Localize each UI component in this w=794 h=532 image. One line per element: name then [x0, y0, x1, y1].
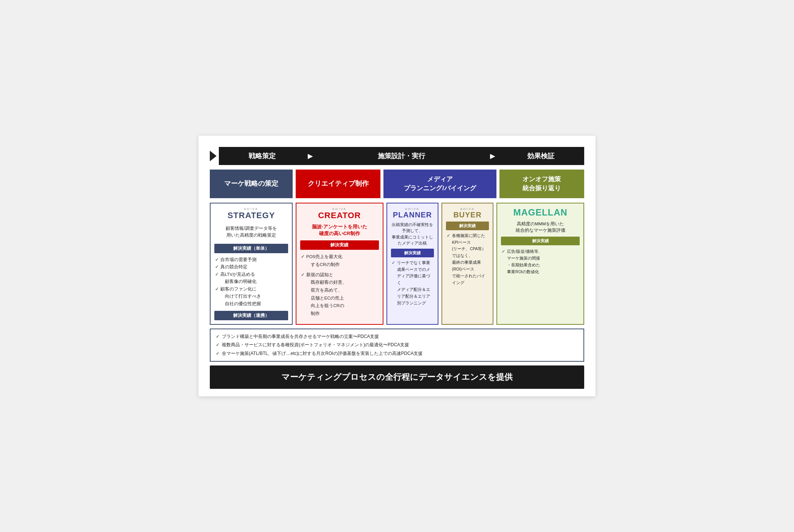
strategy-badge-connected: 解決実績（連携） [214, 311, 288, 320]
bottom-banner: マーケティングプロセスの全行程にデータサイエンスを提供 [210, 365, 584, 389]
col-buyer: ADIVA BUYER 解決実績 各種施策に閉じたKPIベース(リーチ、CPA等… [441, 203, 493, 325]
left-arrow [210, 147, 219, 165]
section-title-strategy-label: マーケ戦略の策定 [224, 179, 278, 188]
section-title-verify-label: オンオフ施策統合振り返り [522, 175, 561, 193]
combined-check-3: 全マーケ施策(ATL/BTL、値下げ…etc)に対する月次ROIの評価基盤を実装… [216, 349, 578, 358]
planner-checklist: リーチでなく事業成果ベースでのメディア評価に基づくメディア配分＆エリア配分＆エリ… [391, 260, 434, 307]
creator-check-2: 新規の認知と 既存顧客の好意、 双方を高めて、 店舗とECの売上 向上を狙うCR… [301, 271, 379, 318]
col-planner: ADIVA PLANNER 出稿実績の不確実性を予測して、事業成果にコミットした… [386, 203, 438, 325]
phase-strategy-label: 戦略策定 [249, 151, 276, 161]
section-title-creative: クリエイティブ制作 [296, 170, 380, 198]
buyer-checklist: 各種施策に閉じたKPIベース(リーチ、CPA等）ではなく、最終の事業成果(ROI… [446, 232, 489, 286]
combined-check-1: ブランド構築と中長期の事業成長を共存させるマーケ戦略の立案〜PDCA支援 [216, 332, 578, 341]
creator-checklist: POS売上を最大化 するCRの制作 新規の認知と 既存顧客の好意、 双方を高めて… [300, 253, 379, 318]
planner-adiva-label: ADIVA [391, 207, 434, 211]
planner-badge: 解決実績 [391, 249, 434, 257]
verify-checklist: 広告/販促/価格等、マーケ施策の間接・長期効果含めた事業ROIの数値化 [501, 248, 580, 275]
phase-arrow-1: ▶ [305, 147, 315, 165]
phase-execution-label: 施策設計・実行 [378, 151, 425, 161]
strategy-check-3: 高LTVが見込める 顧客像の明確化 [215, 271, 288, 286]
strategy-badge-single: 解決実績（単体） [214, 244, 288, 253]
section-title-media: メディアプランニング/バイイング [383, 170, 496, 198]
strategy-check-1: 自市場の需要予測 [215, 256, 288, 264]
strategy-brand-name: STRATEGY [228, 211, 275, 220]
strategy-tagline: 顧客情報/調査データ等を用いた高精度の戦略策定 [214, 225, 288, 238]
strategy-adiva-label: ADIVA [214, 207, 288, 211]
col-strategy: ADIVA STRATEGY 顧客情報/調査データ等を用いた高精度の戦略策定 解… [210, 203, 293, 325]
col-creative: ADIVA CREATOR 脳波-アンケートを用いた確度の高いCR制作 解決実績… [296, 203, 383, 325]
combined-checklist: ブランド構築と中長期の事業成長を共存させるマーケ戦略の立案〜PDCA支援 複数商… [216, 332, 578, 358]
planner-tagline: 出稿実績の不確実性を予測して、事業成果にコミットしたメディア出稿 [391, 222, 434, 246]
creator-adiva-label: ADIVA [300, 207, 379, 211]
section-title-creative-label: クリエイティブ制作 [308, 179, 369, 188]
creator-tagline: 脳波-アンケートを用いた確度の高いCR制作 [300, 223, 379, 238]
planner-check-1: リーチでなく事業成果ベースでのメディア評価に基づくメディア配分＆エリア配分＆エリ… [392, 260, 434, 307]
creator-badge: 解決実績 [300, 240, 379, 250]
section-title-strategy: マーケ戦略の策定 [210, 170, 293, 198]
buyer-brand-name: BUYER [453, 211, 482, 219]
verify-check-1: 広告/販促/価格等、マーケ施策の間接・長期効果含めた事業ROIの数値化 [502, 248, 580, 275]
phase-execution: 施策設計・実行 [315, 147, 488, 165]
phase-verification: 効果検証 [498, 147, 584, 165]
bottom-banner-text: マーケティングプロセスの全行程にデータサイエンスを提供 [281, 372, 513, 382]
section-title-verify: オンオフ施策統合振り返り [499, 170, 584, 198]
combined-section: ブランド構築と中長期の事業成長を共存させるマーケ戦略の立案〜PDCA支援 複数商… [210, 329, 584, 362]
buyer-logo: ADIVA BUYER [446, 207, 489, 219]
strategy-checklist: 自市場の需要予測 真の競合特定 高LTVが見込める 顧客像の明確化 顧客のファン… [214, 256, 288, 308]
buyer-badge: 解決実績 [446, 222, 489, 230]
strategy-check-4: 顧客のファン化に 向けて打出すべき 自社の優位性把握 [215, 286, 288, 308]
creator-brand-name: CREATOR [318, 211, 361, 220]
buyer-check-1: 各種施策に閉じたKPIベース(リーチ、CPA等）ではなく、最終の事業成果(ROI… [447, 232, 489, 286]
strategy-check-2: 真の競合特定 [215, 263, 288, 271]
col-verify: MAGELLAN 高精度のMMMを用いた統合的なマーケ施策評価 解決実績 広告/… [496, 203, 584, 325]
section-title-media-label: メディアプランニング/バイイング [404, 175, 476, 193]
strategy-logo: ADIVA STRATEGY [214, 207, 288, 220]
planner-brand-name: PLANNER [393, 211, 432, 219]
creator-logo: ADIVA CREATOR [300, 207, 379, 220]
planner-logo: ADIVA PLANNER [391, 207, 434, 219]
col-media-wrapper: ADIVA PLANNER 出稿実績の不確実性を予測して、事業成果にコミットした… [386, 203, 494, 325]
verify-tagline: 高精度のMMMを用いた統合的なマーケ施策評価 [501, 221, 580, 234]
phase-strategy: 戦略策定 [219, 147, 305, 165]
phase-header: 戦略策定 ▶ 施策設計・実行 ▶ 効果検証 [210, 147, 584, 165]
combined-check-2: 複数商品・サービスに対する各種投資(ポートフォリオ・マネジメント)の最適化〜PD… [216, 341, 578, 349]
buyer-adiva-label: ADIVA [446, 207, 489, 211]
phase-verification-label: 効果検証 [527, 151, 554, 161]
media-top: ADIVA PLANNER 出稿実績の不確実性を予測して、事業成果にコミットした… [386, 203, 494, 325]
verify-badge: 解決実績 [501, 237, 580, 245]
section-titles-row: マーケ戦略の策定 クリエイティブ制作 メディアプランニング/バイイング オンオフ… [210, 170, 584, 198]
phase-arrow-2: ▶ [488, 147, 498, 165]
main-container: 戦略策定 ▶ 施策設計・実行 ▶ 効果検証 マーケ戦略の策定 クリエイティブ制作… [198, 136, 596, 396]
main-content-area: ADIVA STRATEGY 顧客情報/調査データ等を用いた高精度の戦略策定 解… [210, 203, 584, 325]
magellan-logo: MAGELLAN [501, 207, 580, 218]
creator-check-1: POS売上を最大化 するCRの制作 [301, 253, 379, 268]
